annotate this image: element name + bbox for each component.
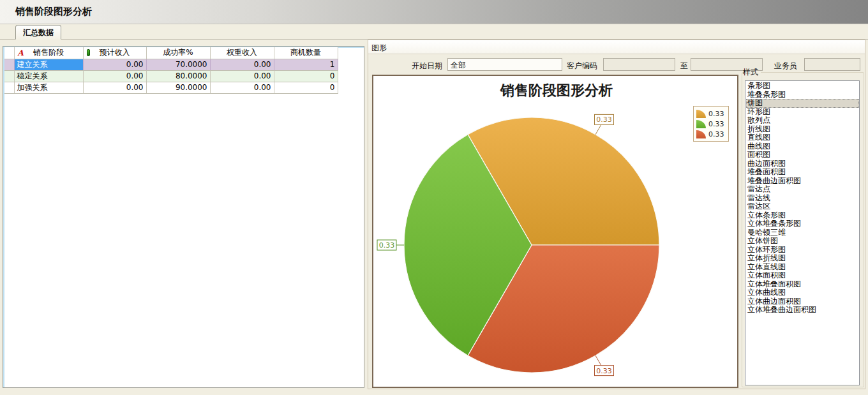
style-option[interactable]: 立体面积图 (746, 271, 859, 280)
chart-legend: 0.330.330.33 (693, 106, 729, 142)
style-option[interactable]: 环形图 (746, 108, 859, 117)
style-option[interactable]: 雷达线 (746, 194, 859, 203)
legend-entry: 0.33 (696, 119, 728, 129)
legend-label: 0.33 (708, 130, 724, 138)
pie-label: 0.33 (595, 366, 614, 376)
style-option[interactable]: 条形图 (746, 82, 859, 91)
style-option[interactable]: 折线图 (746, 125, 859, 134)
style-option[interactable]: 直线图 (746, 133, 859, 142)
chart-title: 销售阶段图形分析 (500, 82, 613, 98)
row-indicator[interactable] (4, 59, 14, 70)
pie-label: 0.33 (595, 114, 614, 124)
customer-code-from-input[interactable] (603, 58, 675, 71)
style-option[interactable]: 立体直线图 (746, 263, 859, 272)
pie-label: 0.33 (377, 240, 396, 250)
window-title-bar: 销售阶段图形分析 (0, 0, 868, 24)
style-group-title: 样式 (743, 67, 761, 78)
style-option[interactable]: 堆叠条形图 (746, 91, 859, 100)
window-title: 销售阶段图形分析 (15, 6, 92, 18)
style-option[interactable]: 雷达点 (746, 185, 859, 194)
summary-grid-panel: A 销售阶段 预计收入 成功率% 权重收入 商机数量 建立关系 0.00 70.… (3, 46, 364, 388)
tab-summary-data[interactable]: 汇总数据 (15, 25, 61, 40)
style-option[interactable]: 立体折线图 (746, 254, 859, 263)
cell-success[interactable]: 90.0000 (146, 82, 210, 93)
graph-panel: 图形 开始日期 全部 客户编码 至 业务员 0.330.330.33销售阶段图形… (368, 40, 865, 389)
start-date-label: 开始日期 (412, 61, 442, 71)
style-option[interactable]: 堆叠面积图 (746, 168, 859, 177)
svg-text:0.33: 0.33 (379, 241, 395, 250)
legend-label: 0.33 (708, 120, 724, 128)
cell-stage[interactable]: 建立关系 (14, 59, 83, 70)
cell-count[interactable]: 0 (274, 70, 338, 82)
cell-weighted[interactable]: 0.00 (210, 82, 274, 93)
legend-swatch-icon (696, 130, 706, 138)
table-header-row: A 销售阶段 预计收入 成功率% 权重收入 商机数量 (4, 47, 338, 59)
legend-swatch-icon (696, 120, 706, 128)
customer-code-label: 客户编码 (567, 61, 597, 71)
style-option[interactable]: 立体堆叠面积图 (746, 280, 859, 289)
style-option[interactable]: 立体堆叠条形图 (746, 220, 859, 228)
style-option[interactable]: 曲边面积图 (746, 160, 859, 168)
svg-text:0.33: 0.33 (596, 116, 612, 124)
cell-weighted[interactable]: 0.00 (210, 59, 274, 70)
style-option[interactable]: 堆叠曲边面积图 (746, 177, 859, 186)
style-option[interactable]: 散列点 (746, 116, 859, 125)
col-header-expected-label: 预计收入 (100, 48, 130, 57)
style-option[interactable]: 曼哈顿三维 (746, 228, 859, 237)
row-indicator-header[interactable] (4, 47, 14, 59)
to-label: 至 (680, 61, 688, 71)
legend-entry: 0.33 (696, 108, 728, 119)
col-header-stage[interactable]: A 销售阶段 (14, 47, 83, 59)
style-option[interactable]: 立体条形图 (746, 211, 859, 220)
cell-weighted[interactable]: 0.00 (210, 70, 274, 82)
chart-area: 0.330.330.33销售阶段图形分析 0.330.330.33 (372, 75, 738, 388)
cell-stage[interactable]: 加强关系 (14, 82, 83, 93)
col-header-stage-label: 销售阶段 (33, 48, 64, 57)
cell-expected[interactable]: 0.00 (83, 70, 146, 82)
col-header-weighted-income[interactable]: 权重收入 (210, 47, 274, 59)
table-row: 稳定关系 0.00 80.0000 0.00 0 (4, 70, 338, 82)
style-option[interactable]: 雷达区 (746, 202, 859, 211)
row-indicator[interactable] (4, 82, 14, 93)
cell-expected[interactable]: 0.00 (83, 59, 146, 70)
sort-a-icon: A (18, 48, 24, 57)
style-option[interactable]: 立体饼图 (746, 237, 859, 246)
green-pen-icon (87, 49, 90, 56)
start-date-combo[interactable]: 全部 (447, 58, 562, 71)
table-row: 加强关系 0.00 90.0000 0.00 0 (4, 82, 338, 93)
style-option[interactable]: 面积图 (746, 151, 859, 160)
style-list[interactable]: 条形图堆叠条形图饼图环形图散列点折线图直线图曲线图面积图曲边面积图堆叠面积图堆叠… (745, 80, 860, 385)
cell-success[interactable]: 70.0000 (146, 59, 210, 70)
style-option[interactable]: 立体环形图 (746, 246, 859, 255)
style-option[interactable]: 立体曲线图 (746, 288, 859, 297)
row-indicator[interactable] (4, 70, 14, 82)
graph-panel-caption: 图形 (368, 40, 865, 54)
cell-count[interactable]: 1 (274, 59, 338, 70)
style-option[interactable]: 曲线图 (746, 142, 859, 151)
cell-count[interactable]: 0 (274, 82, 338, 93)
cell-stage[interactable]: 稳定关系 (14, 70, 83, 82)
legend-swatch-icon (696, 110, 706, 118)
svg-text:0.33: 0.33 (596, 367, 612, 375)
legend-entry: 0.33 (696, 129, 728, 139)
style-option[interactable]: 饼图 (746, 99, 859, 108)
pie-chart: 0.330.330.33销售阶段图形分析 (373, 76, 737, 387)
table-row: 建立关系 0.00 70.0000 0.00 1 (4, 59, 338, 70)
tab-strip: 汇总数据 (0, 24, 868, 40)
style-option[interactable]: 立体曲边面积图 (746, 297, 859, 306)
style-group: 样式 条形图堆叠条形图饼图环形图散列点折线图直线图曲线图面积图曲边面积图堆叠面积… (742, 67, 864, 387)
summary-table: A 销售阶段 预计收入 成功率% 权重收入 商机数量 建立关系 0.00 70.… (4, 47, 338, 94)
style-option[interactable]: 立体堆叠曲边面积图 (746, 306, 859, 315)
col-header-opportunity-count[interactable]: 商机数量 (274, 47, 338, 59)
cell-success[interactable]: 80.0000 (146, 70, 210, 82)
col-header-success-rate[interactable]: 成功率% (146, 47, 210, 59)
cell-expected[interactable]: 0.00 (83, 82, 146, 93)
col-header-expected-income[interactable]: 预计收入 (83, 47, 146, 59)
legend-label: 0.33 (708, 110, 724, 118)
